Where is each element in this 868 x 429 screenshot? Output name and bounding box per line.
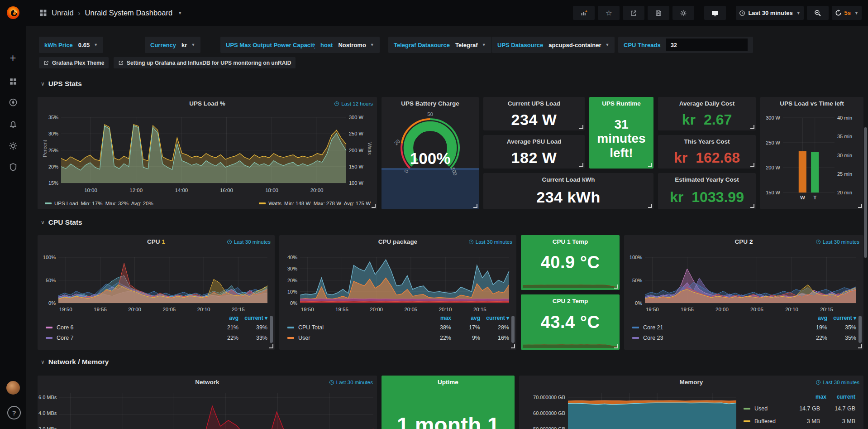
- panel-resize-handle[interactable]: [858, 204, 862, 208]
- panel-resize-handle[interactable]: [614, 284, 618, 289]
- stat-value: 182 W: [511, 149, 557, 167]
- panel-title[interactable]: Estimated Yearly Cost: [658, 176, 756, 183]
- legend-headers[interactable]: avgcurrent ▾: [632, 315, 856, 321]
- star-dashboard-button[interactable]: ☆: [598, 6, 620, 20]
- panel-resize-handle[interactable]: [614, 344, 618, 348]
- dropdown-caret-icon: ▼: [94, 43, 98, 47]
- section-cpu-stats[interactable]: ∨ CPU Stats: [41, 218, 82, 227]
- panel-title[interactable]: Average PSU Load: [483, 138, 585, 145]
- page-scrollbar-thumb[interactable]: [864, 127, 867, 258]
- panel-time-range[interactable]: Last 30 minutes: [227, 239, 271, 245]
- y-axis-ticks-left: 300 W250 W200 W150 W: [761, 114, 780, 196]
- legend-row-core6[interactable]: Core 6 21%39%: [46, 324, 267, 331]
- section-ups-stats[interactable]: ∨ UPS Stats: [41, 80, 82, 88]
- chevron-down-icon: ∨: [41, 81, 45, 87]
- legend-scrollbar[interactable]: [270, 316, 273, 343]
- save-dashboard-button[interactable]: [648, 6, 669, 20]
- panel-time-range[interactable]: Last 30 minutes: [468, 239, 512, 245]
- panel-resize-handle[interactable]: [750, 163, 754, 167]
- clock-icon: [739, 10, 745, 16]
- panel-average-psu-load: Average PSU Load 182 W: [483, 135, 585, 169]
- panel-title[interactable]: Network: [38, 379, 377, 386]
- legend-scrollbar[interactable]: [858, 316, 862, 343]
- legend-ups-load[interactable]: UPS LoadMin: 17% Max: 32% Avg: 20%: [45, 201, 153, 206]
- refresh-dashboard-button[interactable]: 5s ▼: [832, 6, 862, 20]
- breadcrumb-dashboard-title[interactable]: Unraid System Dashboard: [85, 9, 173, 17]
- panel-title[interactable]: UPS Load vs Time left: [760, 100, 863, 107]
- panel-resize-handle[interactable]: [579, 163, 583, 167]
- create-plus-icon[interactable]: +: [0, 49, 26, 67]
- panel-resize-handle[interactable]: [648, 163, 652, 167]
- panel-time-range[interactable]: Last 30 minutes: [816, 239, 859, 245]
- panel-title[interactable]: Current UPS Load: [483, 100, 585, 107]
- grafana-logo-icon[interactable]: [5, 4, 21, 21]
- time-range-picker[interactable]: Last 30 minutes ▼: [736, 6, 803, 20]
- legend-watts[interactable]: WattsMin: 148 W Max: 278 W Avg: 175 W: [259, 201, 371, 206]
- add-panel-button[interactable]: [573, 6, 595, 20]
- help-icon[interactable]: ?: [7, 406, 21, 419]
- panel-title[interactable]: Current Load kWh: [483, 176, 653, 183]
- panel-title[interactable]: CPU 1 Temp: [521, 238, 620, 245]
- legend-scrollbar[interactable]: [511, 316, 515, 343]
- variable-telegraf-datasource[interactable]: Telegraf Datasource Telegraf▼: [388, 37, 491, 53]
- link-grafana-plex-theme[interactable]: Grafana Plex Theme: [39, 57, 109, 68]
- panel-title[interactable]: Memory: [519, 379, 863, 386]
- panel-resize-handle[interactable]: [750, 125, 754, 129]
- variable-currency[interactable]: Currency kr▼: [145, 37, 200, 53]
- panel-title[interactable]: CPU 2 Temp: [521, 298, 620, 304]
- panel-time-range[interactable]: Last 30 minutes: [816, 380, 859, 385]
- panel-resize-handle[interactable]: [579, 125, 583, 129]
- refresh-interval-caret-icon[interactable]: ▼: [854, 11, 858, 15]
- share-dashboard-button[interactable]: [623, 6, 644, 20]
- link-ups-monitoring-guide[interactable]: Setting up Grafana and InfluxDB for UPS …: [114, 57, 296, 68]
- svg-text:50: 50: [427, 111, 433, 117]
- variable-host[interactable]: host Nostromo▼: [315, 37, 380, 53]
- legend-swatch: [632, 327, 639, 328]
- breadcrumb-folder[interactable]: Unraid: [52, 9, 74, 17]
- legend-row-cpu-total[interactable]: CPU Total 38%17%28%: [287, 324, 509, 331]
- panel-title[interactable]: UPS Load %: [38, 100, 377, 107]
- variable-ups-datasource[interactable]: UPS Datasource apcupsd-container▼: [492, 37, 615, 53]
- user-avatar[interactable]: [6, 381, 20, 395]
- configuration-gear-icon[interactable]: [0, 137, 26, 155]
- cpu-threads-input[interactable]: 32: [666, 39, 748, 51]
- dashboards-icon[interactable]: [0, 72, 26, 91]
- refresh-interval-label[interactable]: 5s: [844, 10, 851, 16]
- explore-compass-icon[interactable]: [0, 93, 26, 111]
- legend-row-user[interactable]: User 22%9%16%: [287, 335, 509, 341]
- panel-title[interactable]: Uptime: [382, 379, 515, 386]
- svg-text:20: 20: [393, 138, 401, 146]
- legend-row-core7[interactable]: Core 7 22%33%: [46, 335, 267, 341]
- legend-headers[interactable]: avgcurrent ▾: [46, 315, 267, 321]
- section-network-memory[interactable]: ∨ Network / Memory: [41, 358, 109, 366]
- time-range-caret-icon: ▼: [796, 11, 801, 15]
- legend-table: avgcurrent ▾ Core 6 21%39% Core 7 22%33%: [46, 315, 267, 345]
- legend-row-core23[interactable]: Core 23 22%35%: [632, 335, 856, 341]
- panel-time-range[interactable]: Last 12 hours: [334, 101, 373, 106]
- variable-kwh-price[interactable]: kWh Price 0.65▼: [39, 37, 103, 53]
- panel-resize-handle[interactable]: [269, 344, 273, 348]
- panel-title[interactable]: This Years Cost: [658, 138, 756, 145]
- alerting-bell-icon[interactable]: [0, 116, 26, 134]
- cycle-view-mode-button[interactable]: [704, 6, 726, 20]
- panel-resize-handle[interactable]: [648, 204, 652, 208]
- panel-resize-handle[interactable]: [372, 204, 376, 208]
- variable-label: Telegraf Datasource: [394, 42, 450, 48]
- panel-resize-handle[interactable]: [473, 204, 477, 208]
- panel-resize-handle[interactable]: [511, 344, 515, 348]
- panel-title[interactable]: Average Daily Cost: [658, 100, 756, 107]
- server-admin-shield-icon[interactable]: [0, 158, 26, 176]
- dashboard-settings-gear-icon[interactable]: [672, 6, 694, 20]
- panel-title[interactable]: UPS Runtime: [589, 100, 653, 107]
- dashboard-dropdown-caret-icon[interactable]: ▼: [178, 11, 182, 15]
- zoom-out-time-button[interactable]: [807, 6, 829, 20]
- legend-row-buffered[interactable]: Buffered 3 MB3 MB: [744, 418, 855, 424]
- panel-resize-handle[interactable]: [750, 204, 754, 208]
- panel-title[interactable]: UPS Battery Charge: [382, 100, 479, 107]
- legend-row-used[interactable]: Used 14.7 GB14.7 GB: [744, 405, 855, 412]
- legend-headers[interactable]: maxavgcurrent ▾: [287, 315, 509, 321]
- panel-time-range[interactable]: Last 30 minutes: [329, 380, 373, 385]
- legend-row-core21[interactable]: Core 21 19%35%: [632, 324, 856, 331]
- dashboard-grid-icon[interactable]: [39, 9, 47, 17]
- panel-resize-handle[interactable]: [858, 344, 862, 348]
